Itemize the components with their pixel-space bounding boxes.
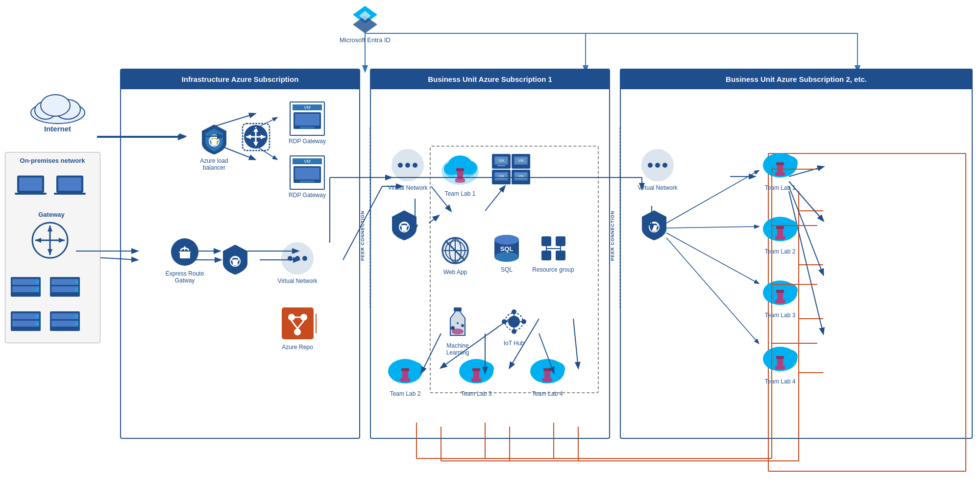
bu2-shield-icon	[636, 209, 672, 241]
bu2-team-lab-3-label: Team Lab 3	[765, 312, 796, 319]
bu1-team-lab-2-label: Team Lab 2	[390, 390, 421, 397]
svg-rect-116	[402, 225, 407, 231]
bu1-team-lab-4-label: Team Lab 4	[532, 390, 563, 397]
svg-point-107	[294, 329, 301, 335]
svg-point-166	[457, 322, 459, 324]
infra-subscription-header: Infrastructure Azure Subscription	[121, 70, 359, 89]
svg-point-123	[461, 161, 477, 175]
infra-virtual-network-label: Virtual Network	[277, 278, 317, 284]
svg-rect-44	[54, 193, 86, 195]
onprem-label: On-premises network	[6, 157, 99, 164]
vm-cell-1: VM	[492, 154, 511, 169]
bu1-peer-connection-label: PEER CONNECTION	[360, 192, 365, 261]
svg-rect-200	[652, 225, 657, 231]
bu2-virtual-network-label: Virtual Network	[637, 184, 677, 191]
svg-point-66	[36, 322, 39, 325]
svg-point-102	[295, 256, 300, 261]
bu1-web-app-icon: Web App	[436, 235, 475, 276]
bu1-web-app-label: Web App	[443, 269, 467, 276]
bu1-iot-hub-icon: IoT Hub	[494, 306, 534, 347]
bu1-subscription-header: Business Unit Azure Subscription 1	[371, 70, 609, 89]
svg-point-38	[41, 95, 70, 116]
laptop-1	[15, 174, 47, 198]
entra-id-icon: Microsoft Entra ID	[338, 5, 392, 44]
svg-rect-193	[542, 378, 552, 382]
svg-rect-74	[212, 139, 217, 145]
azure-load-balancer-label: Azure load balancer	[195, 157, 234, 172]
svg-point-113	[405, 163, 410, 168]
svg-rect-155	[541, 251, 551, 260]
svg-rect-188	[472, 368, 480, 371]
svg-rect-153	[541, 236, 551, 246]
svg-rect-182	[401, 368, 409, 371]
vm-cell-3: VM	[492, 170, 511, 184]
svg-point-171	[512, 309, 516, 314]
svg-rect-43	[58, 178, 81, 191]
bu2-peer-connection-label: PEER CONNECTION	[610, 192, 615, 261]
rdp-gateway-1-icon: VM RDP Gateway	[283, 101, 332, 145]
svg-point-112	[398, 163, 403, 168]
svg-rect-53	[12, 279, 39, 285]
svg-rect-219	[776, 290, 784, 293]
bu1-vm-grid: VM VM VM	[492, 154, 530, 184]
azure-repo-label: Azure Repo	[282, 344, 313, 351]
svg-rect-156	[556, 251, 565, 260]
laptop-2	[54, 174, 86, 198]
svg-rect-154	[556, 236, 565, 246]
server-1	[10, 275, 42, 301]
server-4	[49, 309, 81, 335]
bu1-team-lab-2-icon: Team Lab 2	[383, 354, 427, 397]
svg-marker-49	[48, 249, 52, 255]
internet-icon: Internet	[20, 86, 96, 133]
express-route-gateway-icon: Express Route Gatway	[160, 236, 209, 284]
svg-rect-41	[15, 193, 47, 195]
svg-rect-194	[543, 368, 551, 371]
route-icon	[236, 121, 275, 153]
svg-rect-68	[51, 313, 78, 319]
bu1-resource-group-icon: Resource group	[531, 232, 575, 273]
bu2-subscription-header: Business Unit Azure Subscription 2, etc.	[621, 70, 972, 89]
svg-rect-224	[775, 366, 785, 370]
bu1-sql-icon: SQL SQL	[490, 232, 524, 273]
svg-point-197	[655, 163, 660, 168]
svg-point-55	[36, 280, 39, 283]
svg-point-172	[512, 329, 516, 334]
bu2-subscription-box: Business Unit Azure Subscription 2, etc.…	[620, 69, 973, 439]
azure-load-balancer-icon: 🔒 Azure load balancer	[195, 124, 234, 172]
svg-point-114	[413, 163, 417, 168]
svg-rect-96	[180, 251, 190, 258]
bu1-iot-hub-label: IoT Hub	[504, 340, 524, 347]
svg-point-103	[302, 256, 307, 261]
svg-point-164	[451, 326, 455, 330]
svg-rect-207	[776, 162, 784, 165]
gateway-label: Gateway	[27, 211, 76, 218]
svg-rect-40	[19, 178, 42, 191]
svg-rect-54	[12, 286, 39, 292]
svg-point-65	[36, 315, 39, 318]
svg-rect-212	[775, 236, 785, 240]
infra-shield-icon	[217, 244, 253, 276]
svg-text:VM: VM	[518, 175, 524, 178]
svg-marker-48	[48, 226, 52, 231]
bu2-team-lab-2-label: Team Lab 2	[765, 248, 796, 255]
svg-point-61	[75, 288, 78, 291]
rdp-gateway-2-label: RDP Gateway	[289, 192, 326, 199]
svg-text:VM: VM	[499, 175, 504, 178]
svg-rect-69	[51, 321, 78, 327]
bu2-team-lab-4-label: Team Lab 4	[765, 378, 796, 385]
svg-rect-181	[400, 378, 410, 382]
svg-point-60	[75, 280, 78, 283]
svg-rect-64	[12, 321, 39, 327]
bu1-resource-group-label: Resource group	[532, 266, 574, 273]
svg-point-198	[662, 163, 667, 168]
infra-subscription-box: Infrastructure Azure Subscription 🔒 Azur…	[120, 69, 360, 439]
bu1-shield-icon	[386, 209, 422, 241]
bu1-machine-learning-icon: Machine Learning	[436, 306, 480, 356]
bu1-team-lab-3-label: Team Lab 3	[461, 390, 492, 397]
svg-point-151	[494, 235, 519, 245]
server-3	[10, 309, 42, 335]
vm-cell-2: VM	[512, 154, 530, 169]
bu1-team-lab-4-icon: Team Lab 4	[525, 354, 569, 397]
svg-rect-86	[300, 127, 315, 128]
bu2-team-lab-2-icon: Team Lab 2	[758, 212, 802, 255]
